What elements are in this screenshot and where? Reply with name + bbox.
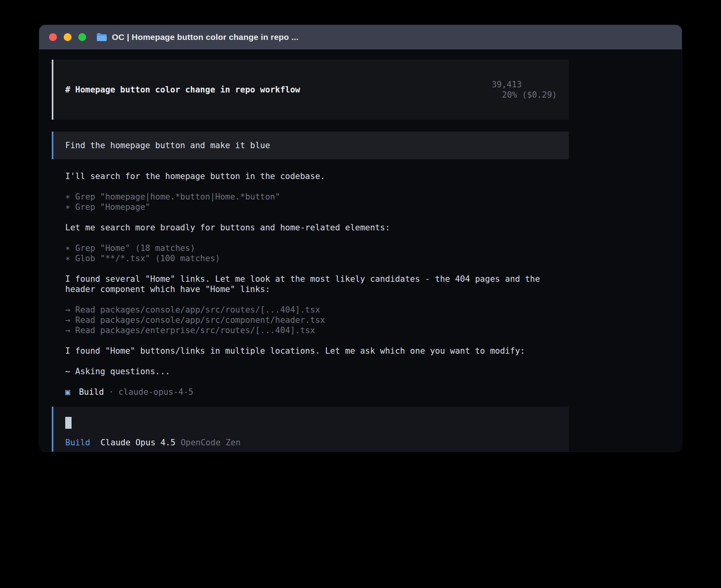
agent-name: Build	[79, 387, 104, 397]
user-message: Find the homepage button and make it blu…	[52, 132, 569, 159]
assistant-text: I'll search for the homepage button in t…	[65, 171, 569, 181]
desktop: OC | Homepage button color change in rep…	[0, 0, 721, 588]
session-header: # Homepage button color change in repo w…	[52, 60, 569, 120]
tool-call-read: → Read packages/console/app/src/componen…	[65, 315, 569, 325]
terminal-content: # Homepage button color change in repo w…	[39, 49, 682, 452]
token-count: 39,413	[492, 80, 522, 89]
folder-icon	[96, 33, 107, 41]
assistant-text: I found "Home" buttons/links in multiple…	[65, 346, 569, 356]
agent-model: claude-opus-4-5	[119, 387, 194, 397]
input-status-line: BuildClaude Opus 4.5OpenCode Zen	[65, 437, 557, 448]
minimize-button[interactable]	[64, 33, 72, 41]
terminal-window: OC | Homepage button color change in rep…	[39, 25, 682, 452]
tool-call-glob: ∗ Glob "**/*.tsx" (100 matches)	[65, 253, 569, 264]
input-model: Claude Opus 4.5	[100, 438, 176, 447]
tool-call-grep: ∗ Grep "Homepage"	[65, 202, 569, 212]
session-title: # Homepage button color change in repo w…	[65, 85, 300, 95]
input-provider: OpenCode Zen	[181, 438, 241, 447]
tool-call-read: → Read packages/enterprise/src/routes/[.…	[65, 325, 569, 335]
input-agent-mode[interactable]: Build	[65, 438, 90, 447]
prompt-input[interactable]: BuildClaude Opus 4.5OpenCode Zen	[52, 407, 569, 452]
assistant-text: I found several "Home" links. Let me loo…	[65, 274, 569, 294]
session-meta: 39,413 20% ($0.29)	[442, 69, 557, 110]
assistant-text: Let me search more broadly for buttons a…	[65, 222, 569, 233]
input-line[interactable]	[65, 417, 557, 429]
text-cursor	[65, 417, 72, 429]
agent-icon: ▣	[65, 387, 70, 397]
tool-call-grep: ∗ Grep "Home" (18 matches)	[65, 243, 569, 253]
context-usage: 20% ($0.29)	[502, 90, 557, 100]
zoom-button[interactable]	[78, 33, 86, 41]
user-message-text: Find the homepage button and make it blu…	[65, 141, 270, 150]
window-title: OC | Homepage button color change in rep…	[112, 32, 298, 42]
agent-status-line: ▣Build·claude-opus-4-5	[65, 387, 569, 397]
traffic-lights	[49, 33, 86, 41]
tool-call-read: → Read packages/console/app/src/routes/[…	[65, 305, 569, 315]
separator-dot: ·	[109, 387, 114, 397]
close-button[interactable]	[49, 33, 57, 41]
tool-call-grep: ∗ Grep "homepage|home.*button|Home.*butt…	[65, 192, 569, 202]
assistant-response: I'll search for the homepage button in t…	[52, 171, 569, 397]
status-text: ~ Asking questions...	[65, 366, 569, 377]
titlebar: OC | Homepage button color change in rep…	[39, 25, 682, 49]
